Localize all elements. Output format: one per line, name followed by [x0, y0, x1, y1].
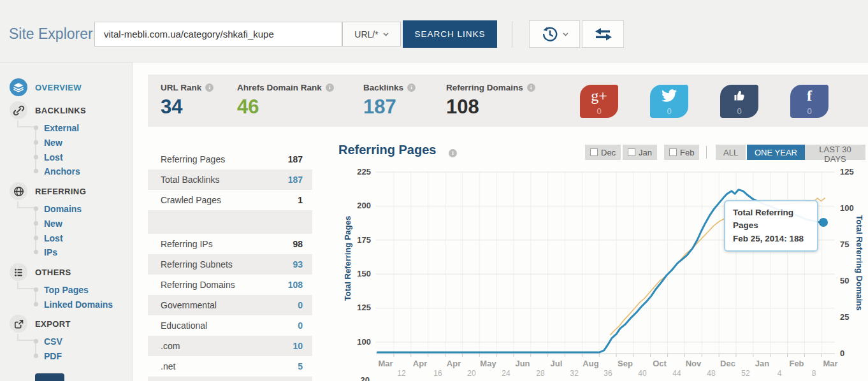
facebook-icon: f — [790, 87, 828, 104]
metric-label: Referring Pages — [161, 154, 225, 164]
checkbox-jan[interactable]: Jan — [623, 145, 657, 160]
target-url-input[interactable] — [94, 22, 342, 47]
metrics-table: Referring Pages187 Total Backlinks187 Cr… — [148, 149, 312, 381]
x-axis-week: 8 — [804, 369, 823, 378]
stat-backlinks: Backlinksi 187 — [363, 83, 416, 119]
x-axis-month: Aug — [577, 359, 605, 368]
metric-value-link[interactable]: 5 — [298, 361, 303, 371]
x-axis-month: May — [474, 359, 502, 368]
metric-value-link[interactable]: 0 — [298, 320, 303, 331]
x-axis-month: Nov — [679, 359, 707, 368]
metric-label: Educational — [161, 320, 207, 331]
share-count: 0 — [790, 106, 828, 116]
sidebar-item-referring-ips[interactable]: IPs — [44, 247, 57, 257]
range-button-last-30-days[interactable]: LAST 30 DAYS — [805, 145, 865, 160]
metric-value-link[interactable]: 0 — [298, 300, 303, 310]
sidebar-item-referring-new[interactable]: New — [44, 219, 62, 229]
tree-bullet — [34, 236, 38, 240]
checkbox-label: Dec — [601, 148, 616, 157]
table-row-partial — [148, 377, 312, 381]
search-mode-dropdown[interactable]: URL/* — [342, 22, 401, 47]
tree-bullet — [34, 206, 38, 211]
sidebar-item-backlinks-anchors[interactable]: Anchors — [44, 166, 80, 176]
metric-value: 187 — [288, 154, 303, 164]
sidebar-divider — [132, 62, 133, 381]
x-axis-month: Jan — [748, 359, 776, 368]
metric-value-link[interactable]: 10 — [293, 341, 303, 351]
y-axis-tick-right: 25 — [840, 312, 849, 322]
history-button[interactable] — [529, 20, 580, 48]
sidebar-item-export-pdf[interactable]: PDF — [44, 351, 62, 361]
export-section-icon[interactable] — [10, 315, 27, 333]
overview-section-icon[interactable] — [10, 78, 27, 96]
checkbox-feb[interactable]: Feb — [664, 145, 699, 160]
x-axis-month: Sep — [611, 359, 639, 368]
info-icon[interactable]: i — [326, 83, 334, 92]
checkbox-icon — [628, 148, 635, 156]
x-axis-month: Feb — [783, 359, 811, 368]
compare-button[interactable] — [582, 20, 624, 48]
search-links-button[interactable]: SEARCH LINKS — [403, 20, 497, 48]
table-row: Referring Subnets93 — [148, 254, 312, 275]
facebook-share-button[interactable]: f 0 — [790, 85, 828, 118]
backlinks-section-icon[interactable] — [10, 101, 27, 119]
chevron-down-icon — [383, 32, 389, 36]
sidebar-item-backlinks[interactable]: BACKLINKS — [35, 106, 86, 115]
y-axis-tick-right: 75 — [840, 240, 849, 249]
range-button-one-year[interactable]: ONE YEAR — [747, 145, 805, 160]
checkbox-label: Feb — [680, 148, 694, 157]
info-icon[interactable]: i — [449, 149, 457, 157]
metric-value-link[interactable]: 108 — [288, 280, 303, 290]
range-button-all[interactable]: ALL — [716, 145, 746, 160]
sidebar-item-referring-lost[interactable]: Lost — [44, 233, 63, 243]
y-axis-tick-right: 100 — [840, 203, 854, 213]
likes-button[interactable]: 0 — [720, 85, 758, 118]
stat-ahrefs-domain-rank: Ahrefs Domain Ranki 46 — [237, 83, 334, 119]
x-axis-month: Mar — [816, 359, 844, 368]
stat-label: Referring Domains — [446, 83, 523, 92]
export-icon — [13, 318, 25, 330]
info-icon[interactable]: i — [527, 83, 535, 92]
info-icon[interactable]: i — [407, 83, 416, 92]
sidebar-item-export[interactable]: EXPORT — [35, 319, 71, 329]
referring-section-icon[interactable] — [10, 182, 27, 200]
sidebar-item-export-csv[interactable]: CSV — [44, 336, 62, 347]
metric-label: Referring Domains — [161, 280, 235, 290]
table-row: .com10 — [148, 336, 312, 356]
others-section-icon[interactable] — [10, 263, 27, 281]
tree-bullet — [34, 155, 38, 159]
sidebar-item-backlinks-new[interactable]: New — [44, 138, 62, 148]
sidebar-item-others[interactable]: OTHERS — [35, 268, 71, 277]
tooltip-series-name: Total Referring Pages — [733, 206, 809, 233]
tree-bullet — [34, 140, 38, 145]
twitter-share-button[interactable]: 0 — [650, 85, 688, 118]
tree-bullet — [34, 221, 38, 226]
metric-label: .com — [161, 341, 180, 351]
sidebar-item-others-linked-domains[interactable]: Linked Domains — [44, 299, 113, 310]
checkbox-dec[interactable]: Dec — [585, 145, 621, 160]
sidebar-item-others-top-pages[interactable]: Top Pages — [44, 285, 89, 295]
x-axis-week: 12 — [392, 369, 411, 378]
info-icon[interactable]: i — [205, 83, 213, 92]
stat-label: Backlinks — [363, 83, 403, 92]
metric-label: Referring Subnets — [161, 259, 233, 270]
google-plus-icon: g+ — [580, 87, 618, 104]
google-plus-share-button[interactable]: g+ 0 — [580, 85, 618, 118]
table-row: Referring IPs98 — [148, 234, 312, 254]
sidebar-item-backlinks-external[interactable]: External — [44, 123, 79, 133]
search-mode-value: URL/* — [354, 29, 378, 40]
stat-value: 34 — [161, 96, 213, 119]
globe-icon — [13, 185, 25, 198]
chat-widget[interactable] — [35, 373, 64, 381]
sidebar-item-backlinks-lost[interactable]: Lost — [44, 152, 63, 162]
sidebar-item-referring-domains[interactable]: Domains — [44, 204, 82, 214]
sidebar-item-referring[interactable]: REFERRING — [35, 187, 86, 196]
x-axis-week: 32 — [565, 369, 584, 378]
x-axis-week: 20 — [462, 369, 481, 378]
table-spacer-row — [148, 210, 312, 234]
sidebar-item-overview[interactable]: OVERVIEW — [35, 83, 82, 92]
metric-value-link[interactable]: 187 — [288, 175, 303, 185]
x-axis-month: Oct — [646, 359, 674, 368]
referring-pages-chart[interactable] — [376, 167, 835, 358]
metric-value-link[interactable]: 93 — [293, 259, 303, 270]
